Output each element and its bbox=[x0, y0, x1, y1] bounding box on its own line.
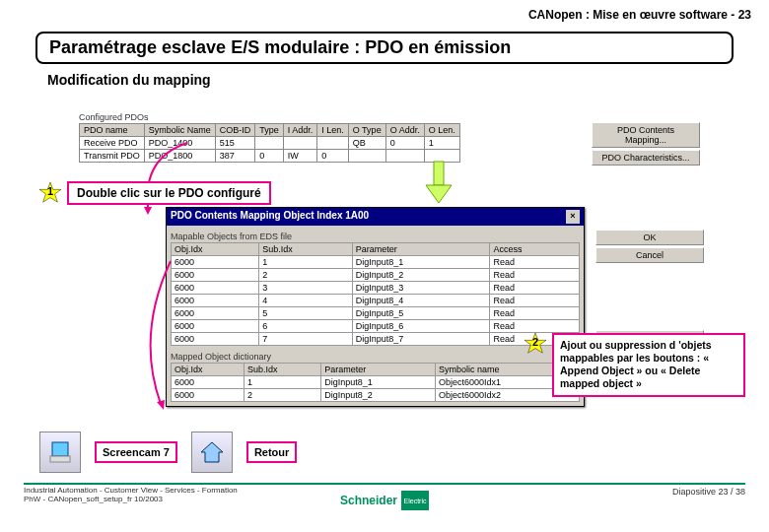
col-header: PDO name bbox=[80, 124, 145, 137]
page-header: CANopen : Mise en œuvre software - 23 bbox=[0, 0, 769, 26]
cancel-button[interactable]: Cancel bbox=[595, 247, 704, 263]
mapped-dictionary-table[interactable]: Obj.IdxSub.IdxParameterSymbolic name6000… bbox=[171, 363, 580, 402]
svg-marker-3 bbox=[426, 185, 452, 203]
footer-line-2: PhW - CANopen_soft_setup_fr 10/2003 bbox=[24, 496, 238, 504]
svg-rect-2 bbox=[434, 162, 444, 185]
col-header: Type bbox=[255, 124, 284, 137]
col-header: Sub.Idx bbox=[259, 243, 352, 256]
svg-marker-8 bbox=[201, 442, 223, 462]
mapped-dictionary-label: Mapped Object dictionary bbox=[171, 352, 580, 362]
dialog-titlebar: PDO Contents Mapping Object Index 1A00 × bbox=[167, 208, 584, 226]
col-header: Obj.Idx bbox=[172, 364, 245, 376]
svg-rect-6 bbox=[52, 442, 68, 456]
col-header: COB-ID bbox=[215, 124, 255, 137]
table-row[interactable]: 60005DigInput8_5Read bbox=[172, 307, 580, 320]
svg-marker-0 bbox=[144, 207, 152, 215]
svg-rect-7 bbox=[50, 456, 70, 462]
configured-pdos-label: Configured PDOs bbox=[79, 112, 601, 122]
configured-pdos-area: Configured PDOs PDO nameSymbolic NameCOB… bbox=[79, 112, 601, 163]
table-row[interactable]: 60001DigInput8_1Object6000Idx1 bbox=[172, 376, 580, 389]
step-1-text: Double clic sur le PDO configuré bbox=[67, 181, 271, 205]
step-2-burst: 2 bbox=[524, 333, 546, 355]
table-row[interactable]: Receive PDOPDO_1400515QB01 bbox=[80, 137, 460, 150]
home-icon[interactable] bbox=[191, 432, 233, 473]
retour-label: Retour bbox=[246, 441, 297, 463]
footer-icons: Screencam 7 Retour bbox=[39, 432, 297, 473]
logo: Schneider Electric bbox=[340, 491, 429, 510]
slide-subtitle: Modification du mapping bbox=[47, 72, 769, 88]
pdo-side-buttons: PDO Contents Mapping... PDO Characterist… bbox=[592, 122, 700, 167]
col-header: Parameter bbox=[321, 364, 436, 376]
col-header: Sub.Idx bbox=[245, 364, 321, 376]
screencam-label: Screencam 7 bbox=[95, 441, 177, 463]
pdo-mapping-dialog: PDO Contents Mapping Object Index 1A00 ×… bbox=[166, 207, 585, 407]
table-row[interactable]: 60002DigInput8_2Object6000Idx2 bbox=[172, 389, 580, 402]
step-1-burst: 1 bbox=[39, 182, 61, 204]
table-row[interactable]: 60003DigInput8_3Read bbox=[172, 282, 580, 295]
screencam-icon[interactable] bbox=[39, 432, 81, 473]
table-row[interactable]: 60006DigInput8_6Read bbox=[172, 320, 580, 333]
col-header: Access bbox=[490, 243, 580, 256]
slide-title: Paramétrage esclave E/S modulaire : PDO … bbox=[35, 32, 734, 64]
pdo-contents-mapping-button[interactable]: PDO Contents Mapping... bbox=[592, 122, 700, 148]
col-header: Symbolic Name bbox=[144, 124, 215, 137]
logo-square: Electric bbox=[401, 491, 429, 510]
table-row[interactable]: 60001DigInput8_1Read bbox=[172, 256, 580, 269]
dialog-title-text: PDO Contents Mapping Object Index 1A00 bbox=[171, 210, 369, 224]
mapable-objects-label: Mapable Objects from EDS file bbox=[171, 232, 580, 241]
step-2-text: Ajout ou suppression d 'objets mappables… bbox=[552, 333, 745, 397]
logo-text: Schneider bbox=[340, 494, 397, 507]
down-arrow-icon bbox=[424, 160, 454, 209]
svg-marker-4 bbox=[157, 400, 165, 410]
configured-pdos-table: PDO nameSymbolic NameCOB-IDTypeI Addr.I … bbox=[79, 123, 460, 163]
table-row[interactable]: 60002DigInput8_2Read bbox=[172, 269, 580, 282]
pdo-characteristics-button[interactable]: PDO Characteristics... bbox=[592, 150, 700, 166]
table-row[interactable]: Transmit PDOPDO_18003870IW0 bbox=[80, 150, 460, 163]
col-header: Obj.Idx bbox=[172, 243, 259, 256]
close-icon[interactable]: × bbox=[566, 210, 580, 224]
col-header: O Type bbox=[348, 124, 385, 137]
slide-number: Diapositive 23 / 38 bbox=[672, 487, 745, 504]
col-header: I Addr. bbox=[283, 124, 317, 137]
table-row[interactable]: 60004DigInput8_4Read bbox=[172, 295, 580, 307]
col-header: I Len. bbox=[317, 124, 349, 137]
col-header: O Len. bbox=[424, 124, 459, 137]
col-header: O Addr. bbox=[385, 124, 424, 137]
col-header: Parameter bbox=[352, 243, 490, 256]
mapable-objects-table[interactable]: Obj.IdxSub.IdxParameterAccess60001DigInp… bbox=[171, 242, 580, 346]
ok-button[interactable]: OK bbox=[595, 230, 704, 245]
table-row[interactable]: 60007DigInput8_7Read bbox=[172, 333, 580, 346]
